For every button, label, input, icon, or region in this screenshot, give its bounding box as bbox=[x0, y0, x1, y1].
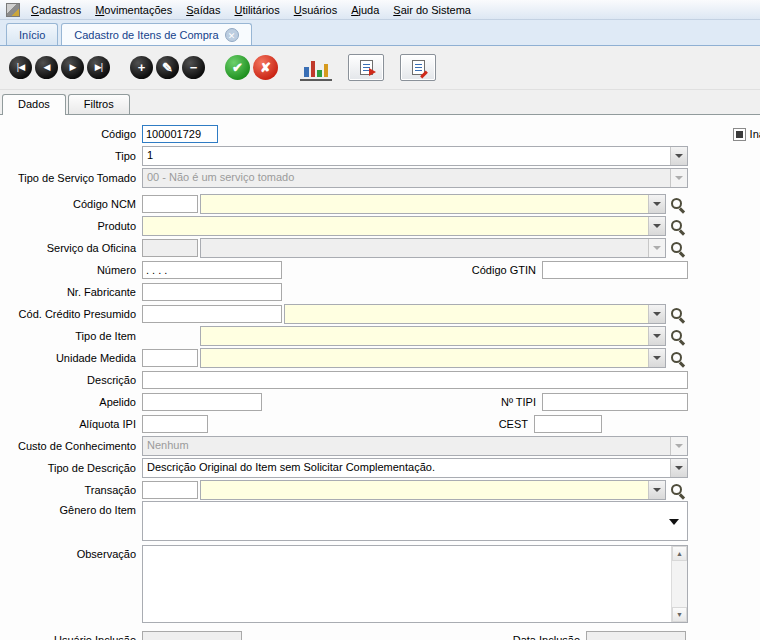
servico-oficina-magnifier-icon[interactable] bbox=[669, 240, 686, 257]
row-ncm: Código NCM bbox=[0, 193, 760, 215]
scrollbar-down-icon[interactable]: ▼ bbox=[672, 607, 687, 622]
first-record-button[interactable]: |◀ bbox=[9, 56, 32, 79]
codigo-input[interactable] bbox=[142, 125, 218, 143]
tipo-servico-select: 00 - Não é um serviço tomado bbox=[142, 168, 688, 188]
add-record-button[interactable]: + bbox=[130, 56, 153, 79]
row-numero: Número Código GTIN bbox=[0, 259, 760, 281]
previous-record-button[interactable]: ◀ bbox=[35, 56, 58, 79]
menu-movimentacoes[interactable]: Movimentações bbox=[88, 2, 179, 18]
unidade-code-input[interactable] bbox=[142, 349, 198, 367]
observacao-label: Observação bbox=[0, 545, 142, 560]
tab-inicio-label: Início bbox=[19, 29, 45, 41]
edit-record-button[interactable]: ✎ bbox=[156, 56, 179, 79]
toolbar: |◀ ◀ ▶ ▶| + ✎ − ✔ ✘ bbox=[0, 46, 760, 90]
row-fabricante: Nr. Fabricante bbox=[0, 281, 760, 303]
tab-inicio[interactable]: Início bbox=[6, 23, 58, 45]
usuario-inclusao-label: Usuário Inclusão bbox=[0, 634, 142, 640]
chevron-down-icon bbox=[648, 195, 665, 213]
tipi-input[interactable] bbox=[542, 393, 688, 411]
chevron-down-icon bbox=[670, 459, 687, 477]
numero-input[interactable] bbox=[142, 261, 282, 279]
tipo-item-select[interactable] bbox=[200, 326, 666, 346]
tipo-select[interactable]: 1 bbox=[142, 146, 688, 166]
unidade-select[interactable] bbox=[200, 348, 666, 368]
row-descricao: Descrição bbox=[0, 369, 760, 391]
tab-dados[interactable]: Dados bbox=[2, 94, 66, 115]
close-tab-icon[interactable]: ✕ bbox=[225, 28, 239, 42]
fabricante-input[interactable] bbox=[142, 283, 282, 301]
next-record-button[interactable]: ▶ bbox=[61, 56, 84, 79]
row-ipi: Alíquota IPI CEST bbox=[0, 413, 760, 435]
confirm-button[interactable]: ✔ bbox=[225, 55, 250, 80]
tab-cadastro-label: Cadastro de Itens de Compra bbox=[74, 29, 218, 41]
produto-select[interactable] bbox=[142, 216, 666, 236]
inativo-label: Inativo bbox=[750, 128, 760, 140]
transacao-label: Transação bbox=[0, 484, 142, 496]
menu-sair-do-sistema[interactable]: Sair do Sistema bbox=[386, 2, 478, 18]
delete-record-button[interactable]: − bbox=[182, 56, 205, 79]
row-credito: Cód. Crédito Presumido bbox=[0, 303, 760, 325]
row-unidade: Unidade Medida bbox=[0, 347, 760, 369]
chevron-down-icon bbox=[670, 147, 687, 165]
row-inclusao: Usuário Inclusão Data Inclusão bbox=[0, 629, 760, 640]
data-inclusao-label: Data Inclusão bbox=[513, 634, 586, 640]
document-export-icon bbox=[360, 60, 373, 75]
row-apelido: Apelido Nº TIPI bbox=[0, 391, 760, 413]
menu-bar: Cadastros Movimentações Saídas Utilitári… bbox=[0, 0, 760, 20]
ncm-code-input[interactable] bbox=[142, 195, 198, 213]
menu-utilitarios[interactable]: Utilitários bbox=[227, 2, 286, 18]
ncm-magnifier-icon[interactable] bbox=[669, 196, 686, 213]
tipo-servico-label: Tipo de Serviço Tomado bbox=[0, 172, 142, 184]
genero-label: Gênero do Item bbox=[0, 501, 142, 516]
transacao-code-input[interactable] bbox=[142, 481, 198, 499]
tab-cadastro-itens-compra[interactable]: Cadastro de Itens de Compra ✕ bbox=[61, 23, 251, 45]
produto-magnifier-icon[interactable] bbox=[669, 218, 686, 235]
cancel-button[interactable]: ✘ bbox=[253, 55, 278, 80]
credito-magnifier-icon[interactable] bbox=[669, 306, 686, 323]
tipo-desc-label: Tipo de Descrição bbox=[0, 462, 142, 474]
inativo-checkbox[interactable] bbox=[733, 128, 746, 141]
genero-select[interactable] bbox=[142, 501, 688, 541]
export-report-button[interactable] bbox=[348, 54, 384, 81]
apelido-label: Apelido bbox=[0, 396, 142, 408]
form-dados: Código Inativo Tipo 1 Tipo de Serviço To… bbox=[0, 114, 760, 640]
chevron-down-icon bbox=[648, 349, 665, 367]
servico-oficina-label: Serviço da Oficina bbox=[0, 242, 142, 254]
check-icon: ✔ bbox=[232, 61, 243, 74]
credito-label: Cód. Crédito Presumido bbox=[0, 308, 142, 320]
custo-label: Custo de Conhecimento bbox=[0, 440, 142, 452]
ncm-label: Código NCM bbox=[0, 198, 142, 210]
credito-select[interactable] bbox=[284, 304, 666, 324]
unidade-magnifier-icon[interactable] bbox=[669, 350, 686, 367]
tipo-desc-value: Descrição Original do Item sem Solicitar… bbox=[143, 459, 670, 477]
descricao-input[interactable] bbox=[142, 371, 688, 389]
tab-filtros[interactable]: Filtros bbox=[68, 94, 130, 114]
servico-oficina-select bbox=[200, 238, 666, 258]
ncm-select[interactable] bbox=[200, 194, 666, 214]
menu-usuarios[interactable]: Usuários bbox=[287, 2, 344, 18]
gtin-label: Código GTIN bbox=[472, 264, 542, 276]
transacao-select[interactable] bbox=[200, 480, 666, 500]
menu-cadastros[interactable]: Cadastros bbox=[24, 2, 88, 18]
transacao-magnifier-icon[interactable] bbox=[669, 482, 686, 499]
menu-ajuda[interactable]: Ajuda bbox=[344, 2, 386, 18]
scrollbar-up-icon[interactable]: ▲ bbox=[672, 546, 687, 561]
row-tipo-desc: Tipo de Descrição Descrição Original do … bbox=[0, 457, 760, 479]
custo-select: Nenhum bbox=[142, 436, 688, 456]
row-genero: Gênero do Item bbox=[0, 501, 760, 545]
observacao-textarea[interactable]: ▲ ▼ bbox=[142, 545, 688, 623]
tipo-item-magnifier-icon[interactable] bbox=[669, 328, 686, 345]
scrollbar[interactable]: ▲ ▼ bbox=[671, 546, 687, 622]
credito-code-input[interactable] bbox=[142, 305, 282, 323]
page-tab-bar: Dados Filtros bbox=[0, 90, 760, 114]
apelido-input[interactable] bbox=[142, 393, 262, 411]
chart-button[interactable] bbox=[300, 54, 332, 81]
ipi-input[interactable] bbox=[142, 415, 208, 433]
last-record-button[interactable]: ▶| bbox=[87, 56, 110, 79]
cest-input[interactable] bbox=[534, 415, 602, 433]
edit-report-button[interactable] bbox=[400, 54, 436, 81]
gtin-input[interactable] bbox=[542, 261, 688, 279]
menu-saidas[interactable]: Saídas bbox=[179, 2, 227, 18]
codigo-label: Código bbox=[0, 128, 142, 140]
tipo-desc-select[interactable]: Descrição Original do Item sem Solicitar… bbox=[142, 458, 688, 478]
